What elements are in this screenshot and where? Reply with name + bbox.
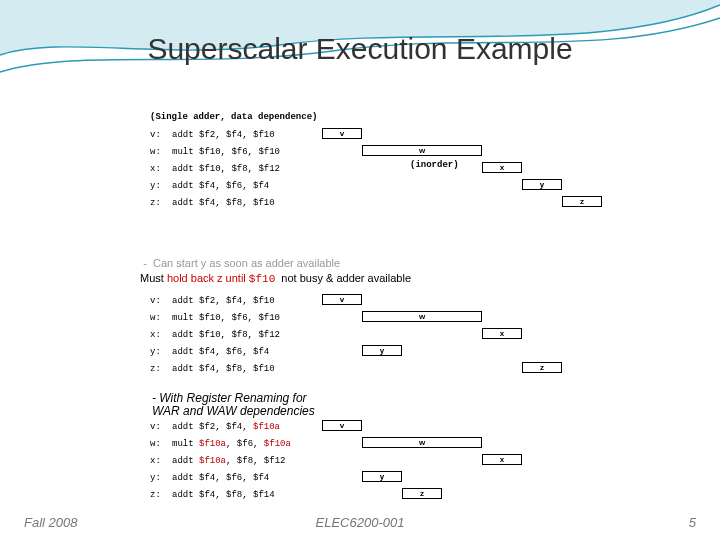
timeline: w	[322, 145, 610, 159]
bar-z: z	[562, 196, 602, 207]
instr-text: mult $f10, $f6, $f10	[172, 147, 322, 157]
bar-v: v	[322, 294, 362, 305]
timeline: w	[322, 437, 610, 451]
rename-note-l1: - With Register Renaming for	[152, 391, 307, 405]
example3-block: v: addt $f2, $f4, $f10a v w: mult $f10a,…	[150, 418, 610, 503]
instr-label: v:	[150, 422, 172, 432]
instr-text: addt $f10, $f8, $f12	[172, 164, 322, 174]
instr-label: z:	[150, 198, 172, 208]
bar-y: y	[522, 179, 562, 190]
note-hold-reg: $f10	[249, 273, 275, 285]
instr-label: w:	[150, 313, 172, 323]
instr-label: x:	[150, 164, 172, 174]
timeline: z	[322, 362, 610, 376]
bar-x: x	[482, 454, 522, 465]
instr-label: y:	[150, 181, 172, 191]
instr-text: addt $f4, $f8, $f14	[172, 490, 322, 500]
instr-label: v:	[150, 296, 172, 306]
instr-label: y:	[150, 347, 172, 357]
bar-v: v	[322, 128, 362, 139]
bar-w: w	[362, 311, 482, 322]
footer-center: ELEC6200-001	[0, 515, 720, 530]
instr-label: v:	[150, 130, 172, 140]
timeline: v	[322, 420, 610, 434]
note-hold-post: not busy & adder available	[278, 272, 411, 284]
bar-x: x	[482, 162, 522, 173]
instr-text: mult $f10a, $f6, $f10a	[172, 439, 322, 449]
bar-w: w	[362, 145, 482, 156]
instr-text: addt $f4, $f6, $f4	[172, 473, 322, 483]
scheduling-notes: - Can start y as soon as adder available…	[140, 256, 411, 287]
rename-note: - With Register Renaming for WAR and WAW…	[152, 392, 315, 418]
instr-text: addt $f2, $f4, $f10a	[172, 422, 322, 432]
timeline: x (inorder)	[322, 162, 610, 176]
slide-number: 5	[689, 515, 696, 530]
bar-w: w	[362, 437, 482, 448]
instr-label: y:	[150, 473, 172, 483]
timeline: y	[322, 345, 610, 359]
example1-block: (Single adder, data dependence) v: addt …	[150, 112, 610, 211]
bar-z: z	[402, 488, 442, 499]
instr-label: z:	[150, 490, 172, 500]
instr-text: addt $f10, $f8, $f12	[172, 330, 322, 340]
timeline: x	[322, 328, 610, 342]
example1-header: (Single adder, data dependence)	[150, 112, 610, 122]
instr-text: addt $f4, $f8, $f10	[172, 198, 322, 208]
bar-v: v	[322, 420, 362, 431]
instr-text: addt $f4, $f6, $f4	[172, 347, 322, 357]
instr-text: addt $f2, $f4, $f10	[172, 296, 322, 306]
instr-text: mult $f10, $f6, $f10	[172, 313, 322, 323]
timeline: z	[322, 196, 610, 210]
bar-z: z	[522, 362, 562, 373]
slide-title: Superscalar Execution Example	[0, 32, 720, 66]
bar-y: y	[362, 345, 402, 356]
timeline: x	[322, 454, 610, 468]
timeline: v	[322, 294, 610, 308]
timeline: v	[322, 128, 610, 142]
note-hold-pre: Must	[140, 272, 167, 284]
inorder-label: (inorder)	[410, 160, 459, 170]
note-hold-mid: hold back z until	[167, 272, 249, 284]
note-start-y: Can start y as soon as adder available	[153, 257, 340, 269]
instr-text: addt $f4, $f6, $f4	[172, 181, 322, 191]
bar-y: y	[362, 471, 402, 482]
timeline: w	[322, 311, 610, 325]
timeline: y	[322, 471, 610, 485]
example2-block: v: addt $f2, $f4, $f10 v w: mult $f10, $…	[150, 292, 610, 377]
instr-label: w:	[150, 147, 172, 157]
bar-x: x	[482, 328, 522, 339]
instr-label: z:	[150, 364, 172, 374]
instr-text: addt $f10a, $f8, $f12	[172, 456, 322, 466]
timeline: z	[322, 488, 610, 502]
instr-label: x:	[150, 330, 172, 340]
instr-label: w:	[150, 439, 172, 449]
instr-text: addt $f2, $f4, $f10	[172, 130, 322, 140]
instr-text: addt $f4, $f8, $f10	[172, 364, 322, 374]
rename-note-l2: WAR and WAW dependencies	[152, 404, 315, 418]
timeline: y	[322, 179, 610, 193]
instr-label: x:	[150, 456, 172, 466]
